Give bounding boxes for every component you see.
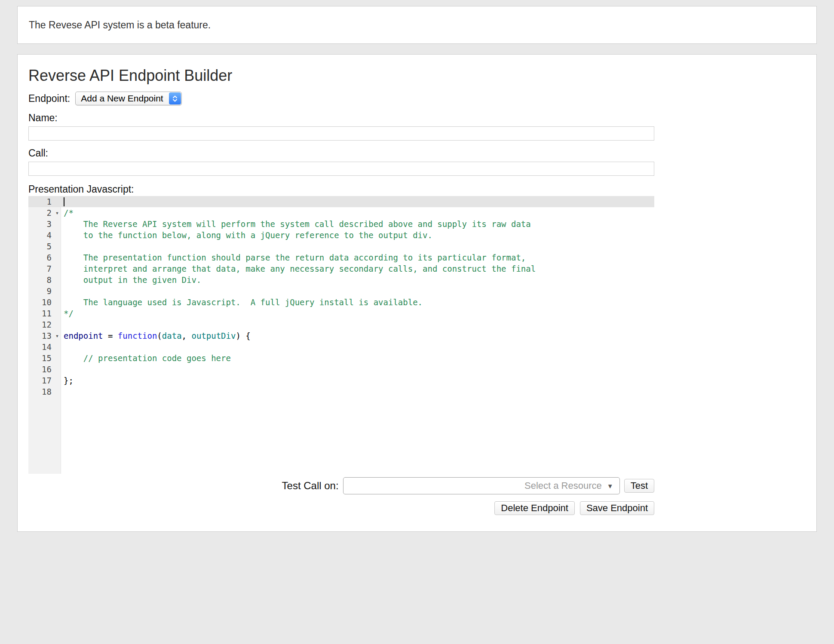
line-number-cell: 15: [28, 353, 61, 364]
line-number-cell: 7: [28, 263, 61, 274]
line-number-cell: 8: [28, 274, 61, 285]
line-number: 16: [28, 364, 53, 375]
code-text: /*: [61, 207, 74, 218]
line-number: 15: [28, 353, 53, 364]
line-number: 10: [28, 297, 53, 308]
line-number: 17: [28, 375, 53, 386]
line-number: 9: [28, 285, 53, 297]
code-line[interactable]: 15 // presentation code goes here: [28, 353, 654, 364]
line-number-cell: 17: [28, 375, 61, 386]
line-number: 4: [28, 230, 53, 241]
code-text: [61, 241, 64, 252]
code-line[interactable]: 3 The Reverse API system will perform th…: [28, 218, 654, 230]
line-number-cell: 14: [28, 341, 61, 353]
select-stepper-icon: [169, 92, 181, 104]
call-input[interactable]: [28, 162, 654, 176]
line-number: 12: [28, 319, 53, 330]
test-call-row: Test Call on: Select a Resource ▼ Test: [28, 477, 654, 494]
line-number: 3: [28, 218, 53, 230]
code-text: [61, 319, 64, 330]
code-text: The presentation function should parse t…: [61, 252, 526, 263]
line-number: 5: [28, 241, 53, 252]
name-label: Name:: [28, 112, 654, 124]
code-line[interactable]: 10 The language used is Javascript. A fu…: [28, 297, 654, 308]
name-field-group: Name:: [28, 112, 654, 141]
line-number-cell: 13▾: [28, 330, 61, 341]
line-number-cell: 11: [28, 308, 61, 319]
code-text: [61, 386, 64, 397]
beta-notice-text: The Revese API system is a beta feature.: [29, 19, 211, 31]
delete-endpoint-button[interactable]: Delete Endpoint: [494, 501, 575, 515]
code-text: output in the given Div.: [61, 274, 201, 285]
endpoint-row: Endpoint: Add a New Endpoint: [28, 92, 654, 105]
line-number-cell: 12: [28, 319, 61, 330]
code-line[interactable]: 16: [28, 364, 654, 375]
code-text: // presentation code goes here: [61, 353, 231, 364]
line-number-cell: 18: [28, 386, 61, 397]
code-text: [61, 285, 64, 297]
resource-select[interactable]: Select a Resource ▼: [343, 477, 620, 494]
code-line[interactable]: 5: [28, 241, 654, 252]
line-number: 18: [28, 386, 53, 397]
test-call-label: Test Call on:: [282, 480, 339, 492]
code-text: [61, 341, 64, 353]
code-line[interactable]: 9: [28, 285, 654, 297]
code-text: */: [61, 308, 74, 319]
text-cursor-icon: [64, 197, 64, 206]
call-label: Call:: [28, 147, 654, 159]
code-line[interactable]: 11*/: [28, 308, 654, 319]
code-lines: 12▾/*3 The Reverse API system will perfo…: [28, 196, 654, 397]
line-number: 14: [28, 341, 53, 353]
line-number-cell: 1: [28, 196, 61, 207]
call-field-group: Call:: [28, 147, 654, 176]
line-number: 6: [28, 252, 53, 263]
endpoint-label: Endpoint:: [28, 93, 70, 104]
code-line[interactable]: 12: [28, 319, 654, 330]
code-text: The Reverse API system will perform the …: [61, 218, 531, 230]
line-number-cell: 10: [28, 297, 61, 308]
code-text: to the function below, along with a jQue…: [61, 230, 432, 241]
resource-select-placeholder: Select a Resource: [524, 480, 602, 491]
line-number-cell: 9: [28, 285, 61, 297]
test-button[interactable]: Test: [624, 479, 654, 493]
code-line[interactable]: 1: [28, 196, 654, 207]
code-text: };: [61, 375, 74, 386]
code-text: interpret and arrange that data, make an…: [61, 263, 536, 274]
line-number-cell: 5: [28, 241, 61, 252]
endpoint-select-value: Add a New Endpoint: [76, 93, 168, 104]
code-line[interactable]: 14: [28, 341, 654, 353]
code-text: endpoint = function(data, outputDiv) {: [61, 330, 251, 341]
code-line[interactable]: 6 The presentation function should parse…: [28, 252, 654, 263]
line-number-cell: 6: [28, 252, 61, 263]
presentation-js-label: Presentation Javascript:: [28, 184, 654, 195]
action-buttons-row: Delete Endpoint Save Endpoint: [28, 501, 654, 515]
code-line[interactable]: 2▾/*: [28, 207, 654, 218]
save-endpoint-button[interactable]: Save Endpoint: [580, 501, 654, 515]
beta-notice-banner: The Revese API system is a beta feature.: [17, 6, 817, 44]
line-number: 8: [28, 274, 53, 285]
line-number: 13: [28, 330, 53, 341]
code-line[interactable]: 18: [28, 386, 654, 397]
code-line[interactable]: 7 interpret and arrange that data, make …: [28, 263, 654, 274]
code-line[interactable]: 17};: [28, 375, 654, 386]
line-number: 1: [28, 196, 53, 207]
code-line[interactable]: 13▾endpoint = function(data, outputDiv) …: [28, 330, 654, 341]
code-text: [61, 364, 64, 375]
line-number: 11: [28, 308, 53, 319]
code-text: [61, 196, 64, 207]
line-number-cell: 2▾: [28, 207, 61, 218]
page-title: Reverse API Endpoint Builder: [28, 67, 654, 85]
code-line[interactable]: 8 output in the given Div.: [28, 274, 654, 285]
line-number: 7: [28, 263, 53, 274]
name-input[interactable]: [28, 126, 654, 141]
fold-arrow-icon[interactable]: ▾: [53, 330, 61, 341]
line-number-cell: 4: [28, 230, 61, 241]
code-editor[interactable]: 12▾/*3 The Reverse API system will perfo…: [28, 196, 654, 474]
code-text: The language used is Javascript. A full …: [61, 297, 423, 308]
line-number: 2: [28, 207, 53, 218]
dropdown-arrow-icon: ▼: [607, 482, 613, 490]
endpoint-select[interactable]: Add a New Endpoint: [75, 92, 181, 105]
line-number-cell: 16: [28, 364, 61, 375]
fold-arrow-icon[interactable]: ▾: [53, 207, 61, 218]
code-line[interactable]: 4 to the function below, along with a jQ…: [28, 230, 654, 241]
